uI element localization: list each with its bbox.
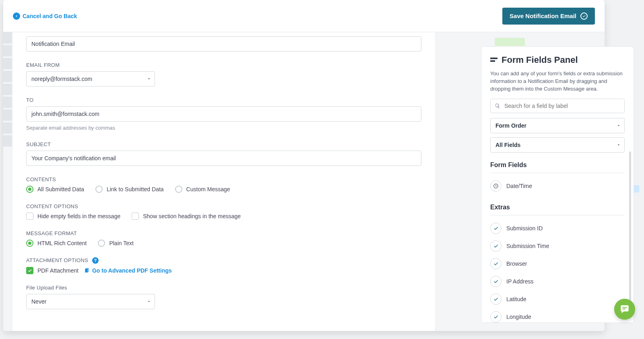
checkbox-checked-icon	[26, 267, 33, 274]
check-icon	[490, 258, 502, 269]
attachment-options-text: ATTACHMENT OPTIONS	[26, 257, 88, 263]
radio-label: Custom Message	[186, 186, 230, 192]
arrow-left-circle-icon	[13, 12, 20, 20]
panel-search[interactable]	[490, 99, 625, 113]
help-icon[interactable]: ?	[92, 257, 99, 264]
name-input[interactable]	[26, 36, 421, 52]
scrollbar[interactable]	[629, 151, 631, 315]
checkbox-hide-empty[interactable]: Hide empty fields in the message	[26, 213, 120, 220]
to-input[interactable]	[26, 106, 421, 122]
checkbox-icon	[132, 213, 139, 220]
radio-icon	[98, 240, 105, 247]
radio-html-rich[interactable]: HTML Rich Content	[26, 240, 87, 247]
radio-label: HTML Rich Content	[37, 240, 87, 246]
form-fields-heading: Form Fields	[490, 161, 625, 173]
checkbox-label: Hide empty fields in the message	[37, 213, 120, 219]
message-format-label: MESSAGE FORMAT	[26, 230, 421, 236]
extra-item-browser[interactable]: Browser	[490, 255, 625, 273]
panel-order-select[interactable]	[490, 118, 625, 133]
file-upload-files-label: File Upload Files	[26, 285, 421, 291]
panel-description: You can add any of your form's fields or…	[490, 70, 625, 93]
search-icon	[495, 103, 500, 109]
to-label: TO	[26, 97, 421, 103]
form-fields-panel: Form Fields Panel You can add any of you…	[481, 46, 634, 323]
radio-label: Link to Submitted Data	[107, 186, 164, 192]
radio-custom-message[interactable]: Custom Message	[175, 186, 230, 193]
extra-item-submission-id[interactable]: Submission ID	[490, 219, 625, 237]
radio-icon	[26, 186, 33, 193]
email-from-label: EMAIL FROM	[26, 62, 421, 68]
left-gutter	[3, 32, 12, 331]
svg-rect-1	[490, 60, 495, 62]
to-helper-text: Separate email addresses by commas	[26, 125, 421, 131]
check-circle-icon	[580, 12, 588, 20]
radio-label: Plain Text	[109, 240, 133, 246]
extra-item-submission-time[interactable]: Submission Time	[490, 237, 625, 255]
radio-link-to-submitted-data[interactable]: Link to Submitted Data	[95, 186, 164, 193]
panel-title-text: Form Fields Panel	[502, 55, 578, 65]
content-options-label: CONTENT OPTIONS	[26, 203, 421, 209]
check-icon	[490, 311, 502, 322]
extra-item-latitude[interactable]: Latitude	[490, 290, 625, 308]
svg-rect-4	[623, 308, 626, 309]
check-icon	[490, 240, 502, 252]
main-form-column: EMAIL FROM TO Separate email addresses b…	[12, 32, 436, 331]
extras-heading: Extras	[490, 204, 625, 215]
help-fab[interactable]	[614, 299, 635, 320]
panel-filter-select[interactable]	[490, 137, 625, 153]
subject-label: SUBJECT	[26, 141, 421, 147]
panel-search-input[interactable]	[504, 102, 620, 110]
radio-plain-text[interactable]: Plain Text	[98, 240, 133, 247]
checkbox-show-sections[interactable]: Show section headings in the message	[132, 213, 241, 220]
cancel-go-back-label: Cancel and Go Back	[23, 13, 77, 19]
background-chip	[495, 38, 525, 46]
cancel-go-back-link[interactable]: Cancel and Go Back	[13, 12, 77, 20]
extra-item-label: Longitude	[506, 314, 531, 320]
checkbox-label: Show section headings in the message	[143, 213, 241, 219]
extra-item-label: Browser	[506, 260, 527, 267]
extra-item-longitude[interactable]: Longitude	[490, 308, 625, 323]
radio-icon	[95, 186, 103, 193]
field-item-datetime[interactable]: Date/Time	[490, 177, 625, 195]
save-button[interactable]: Save Notification Email	[502, 8, 595, 25]
top-bar: Cancel and Go Back Save Notification Ema…	[3, 0, 605, 32]
check-icon	[490, 294, 502, 305]
radio-label: All Submitted Data	[37, 186, 84, 192]
advanced-pdf-settings-link[interactable]: Go to Advanced PDF Settings	[84, 267, 172, 274]
chat-icon	[619, 304, 630, 314]
contents-label: CONTENTS	[26, 176, 421, 182]
extra-item-label: Submission Time	[506, 243, 549, 249]
checkbox-pdf-attachment[interactable]: PDF Attachment	[26, 267, 78, 274]
check-icon	[490, 276, 502, 287]
save-button-label: Save Notification Email	[510, 12, 576, 19]
panel-icon	[490, 55, 497, 65]
subject-input[interactable]	[26, 151, 421, 166]
email-from-select[interactable]	[26, 71, 155, 87]
svg-rect-3	[623, 307, 627, 308]
extra-item-label: Latitude	[506, 296, 526, 302]
checkbox-icon	[26, 213, 33, 220]
radio-icon	[175, 186, 182, 193]
svg-rect-0	[490, 58, 497, 59]
pdf-settings-icon	[84, 268, 90, 273]
check-icon	[490, 223, 502, 234]
radio-all-submitted-data[interactable]: All Submitted Data	[26, 186, 84, 193]
extra-item-label: Submission ID	[506, 225, 543, 232]
checkbox-label: PDF Attachment	[37, 267, 78, 274]
extra-item-label: IP Address	[506, 278, 533, 285]
attachment-options-label: ATTACHMENT OPTIONS ?	[26, 257, 421, 264]
extra-item-ip-address[interactable]: IP Address	[490, 273, 625, 290]
panel-title: Form Fields Panel	[490, 55, 625, 65]
file-upload-files-select[interactable]	[26, 294, 155, 309]
advanced-pdf-settings-label: Go to Advanced PDF Settings	[92, 267, 172, 274]
clock-icon	[490, 180, 502, 192]
radio-icon	[26, 240, 33, 247]
field-item-label: Date/Time	[506, 183, 532, 189]
